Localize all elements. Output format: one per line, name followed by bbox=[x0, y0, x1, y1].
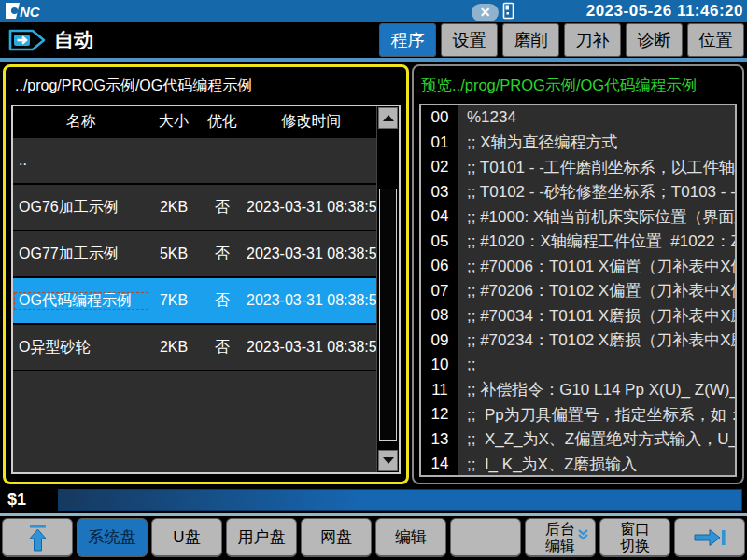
preview-title: 预览../prog/PROG示例/OG代码编程示例 bbox=[421, 76, 737, 96]
scroll-down-button[interactable] bbox=[378, 450, 398, 471]
file-table: 名称 大小 优化 修改时间 .. OG76加工示例 2KB 否 2023-03-… bbox=[11, 105, 401, 474]
tab-grinding[interactable]: 磨削 bbox=[502, 23, 559, 57]
tab-position[interactable]: 位置 bbox=[687, 23, 744, 57]
code-line: 09;; #70234：T0102 X磨损（刀补表中X磨损 bbox=[421, 329, 735, 354]
code-line: 11;; 补偿指令：G10 L14 Pp X(U)_ Z(W)_ I_ bbox=[421, 378, 735, 403]
column-header-name: 名称 bbox=[13, 112, 149, 132]
tab-tool-comp[interactable]: 刀补 bbox=[564, 23, 621, 57]
tab-diagnosis[interactable]: 诊断 bbox=[626, 23, 683, 57]
table-row[interactable]: OG77加工示例 5KB 否 2023-03-31 08:38:57 bbox=[13, 231, 376, 278]
code-listing: 00%1234 01;; X轴为直径编程方式 02;; T0101 - -工件磨… bbox=[419, 104, 737, 477]
return-to-top-button[interactable] bbox=[2, 518, 73, 557]
command-input[interactable] bbox=[58, 489, 742, 511]
close-icon[interactable]: ✕ bbox=[472, 4, 499, 21]
column-header-mtime: 修改时间 bbox=[247, 112, 376, 132]
table-row[interactable]: O异型砂轮 2KB 否 2023-03-31 08:38:57 bbox=[13, 325, 376, 371]
code-line: 13;; X_Z_为X、Z偏置绝对方式输入，U_W_ bbox=[421, 427, 735, 453]
column-header-optimized: 优化 bbox=[198, 112, 247, 132]
main-area: ../prog/PROG示例/OG代码编程示例 名称 大小 优化 修改时间 ..… bbox=[0, 62, 747, 487]
softkey-usb-disk[interactable]: U盘 bbox=[151, 518, 222, 557]
softkey-window-switch[interactable]: 窗口 切换 bbox=[599, 518, 670, 557]
file-table-header: 名称 大小 优化 修改时间 bbox=[13, 106, 376, 138]
table-row-parent-dir[interactable]: .. bbox=[13, 138, 376, 185]
code-line: 10;; bbox=[421, 353, 735, 378]
tab-program[interactable]: 程序 bbox=[379, 23, 436, 57]
softkey-system-disk[interactable]: 系统盘 bbox=[77, 518, 148, 557]
softkey-bar: 系统盘 U盘 用户盘 网盘 编辑 后台 编辑 窗口 切换 bbox=[0, 516, 747, 560]
table-row-selected[interactable]: OG代码编程示例 7KB 否 2023-03-31 08:38:57 bbox=[13, 278, 376, 325]
status-bar: $1 bbox=[0, 487, 747, 513]
svg-text:NC: NC bbox=[20, 4, 41, 20]
titlebar: NC ✕ 2023-05-26 11:46:20 bbox=[0, 0, 747, 22]
arrow-next-icon bbox=[691, 525, 728, 550]
code-line: 05;; #1020：X轴编程工件位置 #1022：Z轴 bbox=[421, 230, 735, 255]
code-line: 06;; #70006：T0101 X偏置（刀补表中X偏置 bbox=[421, 254, 735, 279]
up-to-top-icon bbox=[22, 522, 52, 553]
storage-device-icon bbox=[502, 2, 514, 23]
softkey-next-page[interactable] bbox=[674, 518, 745, 557]
code-line: 03;; T0102 - -砂轮修整坐标系；T0103 - -端面 bbox=[421, 180, 735, 205]
mode-tab-bar: 自动 程序 设置 磨削 刀补 诊断 位置 bbox=[0, 22, 747, 58]
scrollbar-thumb[interactable] bbox=[379, 189, 397, 441]
code-line: 01;; X轴为直径编程方式 bbox=[421, 131, 735, 156]
screen: NC ✕ 2023-05-26 11:46:20 自动 bbox=[0, 0, 747, 560]
current-path: ../prog/PROG示例/OG代码编程示例 bbox=[15, 77, 397, 96]
preview-panel: 预览../prog/PROG示例/OG代码编程示例 00%1234 01;; X… bbox=[412, 64, 744, 484]
auto-mode-icon bbox=[7, 27, 47, 57]
double-chevron-down-icon bbox=[577, 526, 589, 544]
code-line: 02;; T0101 - -工件磨削坐标系，以工件轴心线 bbox=[421, 155, 735, 180]
softkey-net-disk[interactable]: 网盘 bbox=[301, 518, 372, 557]
code-line: 14;; I_ K_为X、Z磨损输入 bbox=[421, 452, 735, 477]
vertical-scrollbar[interactable] bbox=[376, 106, 399, 472]
triangle-down-icon bbox=[383, 457, 394, 464]
tab-settings[interactable]: 设置 bbox=[441, 23, 498, 57]
table-row[interactable]: OG76加工示例 2KB 否 2023-03-31 08:38:57 bbox=[13, 185, 376, 231]
file-browser-panel: ../prog/PROG示例/OG代码编程示例 名称 大小 优化 修改时间 ..… bbox=[3, 64, 409, 484]
top-tabs: 程序 设置 磨削 刀补 诊断 位置 bbox=[379, 23, 744, 57]
softkey-background-edit[interactable]: 后台 编辑 bbox=[525, 518, 596, 557]
softkey-edit[interactable]: 编辑 bbox=[375, 518, 446, 557]
column-header-size: 大小 bbox=[149, 112, 198, 132]
code-line: 04;; #1000: X轴当前机床实际位置（界面显示 bbox=[421, 204, 735, 230]
triangle-up-icon bbox=[383, 115, 394, 121]
code-line: 00%1234 bbox=[421, 105, 735, 131]
mode-label: 自动 bbox=[54, 27, 93, 53]
datetime-display: 2023-05-26 11:46:20 bbox=[586, 2, 743, 21]
scroll-up-button[interactable] bbox=[378, 107, 398, 129]
channel-label: $1 bbox=[7, 490, 26, 510]
code-line: 08;; #70034：T0101 X磨损（刀补表中X磨损 bbox=[421, 303, 735, 329]
code-line: 07;; #70206：T0102 X偏置（刀补表中X偏置 bbox=[421, 279, 735, 304]
softkey-blank[interactable] bbox=[450, 518, 521, 557]
softkey-user-disk[interactable]: 用户盘 bbox=[226, 518, 297, 557]
code-line: 12;; Pp为刀具偏置号，指定坐标系，如：P1 bbox=[421, 402, 735, 427]
